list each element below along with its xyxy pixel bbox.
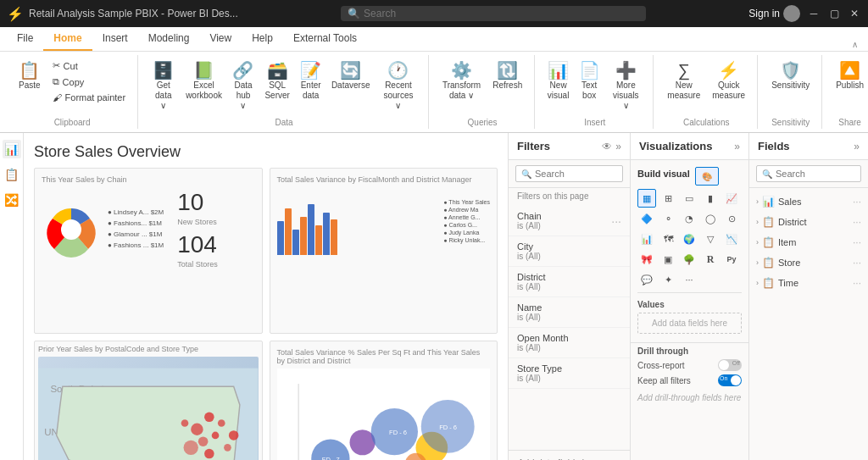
copy-button[interactable]: ⧉ Copy xyxy=(47,75,131,89)
viz-icon-ribbon[interactable]: 🎀 xyxy=(637,250,656,269)
sign-in-button[interactable]: Sign in xyxy=(748,5,800,22)
viz-icon-decomp[interactable]: 🌳 xyxy=(680,250,698,269)
transform-data-button[interactable]: ⚙️ Transformdata ∨ xyxy=(437,58,486,104)
viz-icon-funnel[interactable]: ▽ xyxy=(701,230,720,248)
cut-button[interactable]: ✂ Cut xyxy=(47,58,131,73)
viz-icon-table[interactable]: ▦ xyxy=(637,189,656,208)
svg-text:FD - 6: FD - 6 xyxy=(389,429,407,436)
enter-data-button[interactable]: 📝 Enterdata xyxy=(296,58,326,104)
recent-sources-button[interactable]: 🕐 Recentsources ∨ xyxy=(376,58,421,114)
tab-help[interactable]: Help xyxy=(242,27,283,51)
new-visual-button[interactable]: 📊 Newvisual xyxy=(543,58,573,104)
nav-data-icon[interactable]: 📋 xyxy=(3,165,21,184)
data-hub-button[interactable]: 🔗 Datahub ∨ xyxy=(228,58,259,114)
field-group-time-header[interactable]: › 📋 Time ··· xyxy=(749,274,868,291)
viz-icon-qna[interactable]: 💬 xyxy=(637,270,656,289)
tab-view[interactable]: View xyxy=(199,27,242,51)
publish-button[interactable]: 🔼 Publish xyxy=(831,58,868,94)
viz-icon-column[interactable]: ▮ xyxy=(701,189,720,208)
tab-insert[interactable]: Insert xyxy=(92,27,138,51)
cross-report-toggle[interactable]: Off xyxy=(718,359,742,371)
field-group-store-header[interactable]: › 📋 Store ··· xyxy=(749,254,868,271)
title-search-input[interactable] xyxy=(364,8,601,19)
viz-icon-smart[interactable]: ✦ xyxy=(659,270,677,289)
viz-icon-waterfall[interactable]: 📉 xyxy=(722,230,741,248)
tab-external-tools[interactable]: External Tools xyxy=(283,27,367,51)
tab-file[interactable]: File xyxy=(7,27,43,51)
more-visuals-button[interactable]: ➕ Morevisuals ∨ xyxy=(605,58,646,114)
sensitivity-group: 🛡️ Sensitivity Sensitivity xyxy=(760,55,822,129)
fields-search-box[interactable]: 🔍 xyxy=(756,165,861,182)
dataverse-button[interactable]: 🔄 Dataverse xyxy=(327,58,374,94)
bar-chart-title: Total Sales Variance by FiscalMonth and … xyxy=(277,175,491,184)
filter-store-type[interactable]: Store Type is (All) xyxy=(509,358,630,389)
widget-top-right[interactable]: Total Sales Variance by FiscalMonth and … xyxy=(270,168,498,334)
filter-district[interactable]: District is (All) xyxy=(509,267,630,297)
tab-modeling[interactable]: Modeling xyxy=(138,27,200,51)
field-group-sales-header[interactable]: › 📊 Sales ··· xyxy=(749,193,868,210)
field-group-item-header[interactable]: › 📋 Item ··· xyxy=(749,234,868,251)
widget-bottom-right[interactable]: Total Sales Variance % Sales Per Sq Ft a… xyxy=(270,341,498,460)
viz-icon-map[interactable]: 🗺 xyxy=(659,230,677,248)
filters-eye-icon[interactable]: 👁 xyxy=(602,141,612,152)
viz-icon-area[interactable]: 🔷 xyxy=(637,209,656,228)
field-group-sales-more[interactable]: ··· xyxy=(853,196,861,208)
field-group-sales-chevron: › xyxy=(756,197,759,206)
paste-button[interactable]: 📋 Paste xyxy=(14,58,46,94)
quick-measure-button[interactable]: ⚡ Quickmeasure xyxy=(707,58,750,104)
sensitivity-button[interactable]: 🛡️ Sensitivity xyxy=(766,58,815,94)
viz-icon-gauge[interactable]: ⊙ xyxy=(722,209,741,228)
filter-search-box[interactable]: 🔍 xyxy=(515,165,623,182)
format-painter-button[interactable]: 🖌 Format painter xyxy=(47,91,131,104)
text-box-button[interactable]: 📄 Textbox xyxy=(575,58,604,104)
fields-search-input[interactable] xyxy=(776,169,843,179)
fields-expand-icon[interactable]: » xyxy=(854,141,860,152)
filter-chain[interactable]: Chain is (All) ··· xyxy=(509,206,630,236)
field-group-district-more[interactable]: ··· xyxy=(853,216,861,228)
filter-search-input[interactable] xyxy=(535,169,603,179)
field-group-district-header[interactable]: › 📋 District ··· xyxy=(749,213,868,230)
viz-icon-scatter[interactable]: ⚬ xyxy=(659,209,677,228)
widget-bottom-left[interactable]: Prior Year Sales by PostalCode and Store… xyxy=(34,341,263,460)
excel-workbook-button[interactable]: 📗 Excelworkbook xyxy=(182,58,226,104)
filter-city[interactable]: City is (All) xyxy=(509,236,630,267)
kpi-new-stores: 10 New Stores xyxy=(177,191,218,226)
viz-icon-line[interactable]: 📈 xyxy=(722,189,741,208)
viz-icon-r[interactable]: R xyxy=(701,250,720,269)
viz-icon-donut[interactable]: ◯ xyxy=(701,209,720,228)
get-data-button[interactable]: 🗄️ Getdata ∨ xyxy=(147,58,180,114)
cross-report-toggle-thumb xyxy=(719,360,729,370)
calculations-label: Calculations xyxy=(662,118,750,129)
filters-expand-icon[interactable]: » xyxy=(615,141,621,152)
viz-values-drop-zone[interactable]: Add data fields here xyxy=(637,313,742,334)
field-group-store-more[interactable]: ··· xyxy=(853,257,861,269)
new-measure-button[interactable]: ∑ Newmeasure xyxy=(662,58,705,104)
viz-icon-bar[interactable]: ▭ xyxy=(680,189,698,208)
viz-icon-matrix[interactable]: ⊞ xyxy=(659,189,677,208)
ribbon-collapse-button[interactable]: ∧ xyxy=(848,37,861,51)
refresh-button[interactable]: 🔃 Refresh xyxy=(487,58,527,94)
maximize-button[interactable]: ▢ xyxy=(827,7,841,20)
viz-expand-icon[interactable]: » xyxy=(734,141,740,152)
viz-icon-more[interactable]: ··· xyxy=(680,270,698,289)
nav-model-icon[interactable]: 🔀 xyxy=(3,191,21,209)
filter-name[interactable]: Name is (All) xyxy=(509,297,630,328)
close-button[interactable]: ✕ xyxy=(848,7,861,20)
keep-filters-toggle[interactable]: On xyxy=(718,374,742,386)
viz-icon-pie[interactable]: ◔ xyxy=(680,209,698,228)
field-group-time-more[interactable]: ··· xyxy=(853,277,861,289)
widget-top-left[interactable]: This Year Sales by Chain ● Lind xyxy=(34,168,263,334)
minimize-button[interactable]: ─ xyxy=(807,7,821,20)
viz-icon-kpi[interactable]: 📊 xyxy=(637,230,656,248)
tab-home[interactable]: Home xyxy=(43,27,92,51)
viz-icon-filled-map[interactable]: 🌍 xyxy=(680,230,698,248)
viz-icon-treemap[interactable]: ▣ xyxy=(659,250,677,269)
filter-name-name: Name xyxy=(517,302,542,313)
filter-open-month[interactable]: Open Month is (All) xyxy=(509,328,630,358)
field-group-item-more[interactable]: ··· xyxy=(853,236,861,248)
nav-report-icon[interactable]: 📊 xyxy=(3,140,21,158)
title-search-bar[interactable]: 🔍 xyxy=(341,6,646,21)
viz-icon-py[interactable]: Py xyxy=(722,250,741,269)
sql-server-button[interactable]: 🗃️ SQLServer xyxy=(260,58,294,104)
viz-format-tab[interactable]: 🎨 xyxy=(695,167,719,186)
